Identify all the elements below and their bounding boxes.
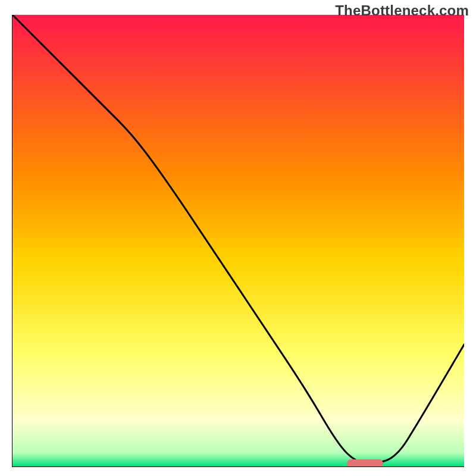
optimal-range-marker	[347, 459, 383, 467]
chart-plot-area	[12, 15, 464, 467]
chart-container: TheBottleneck.com	[0, 0, 476, 476]
watermark-text: TheBottleneck.com	[335, 2, 469, 19]
chart-curve	[12, 15, 464, 466]
